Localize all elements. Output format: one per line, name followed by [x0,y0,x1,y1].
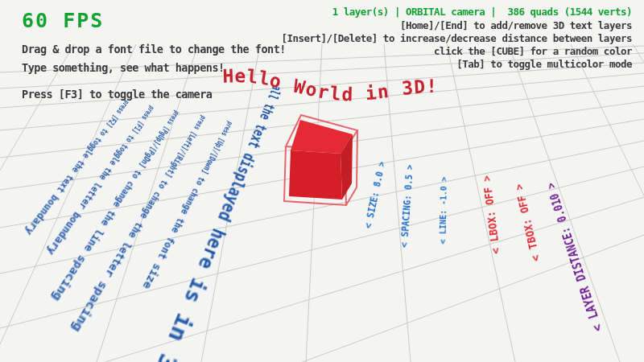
cube-front-face[interactable] [289,150,342,200]
hint-multicolor-mode: [Tab] to toggle multicolor mode [456,58,632,70]
hint-add-remove-layers: [Home]/[End] to add/remove 3D text layer… [400,19,632,31]
status-bar: 1 layer(s) | ORBITAL camera | 386 quads … [332,6,632,18]
hint-toggle-camera: Press [F3] to toggle the camera [22,88,212,101]
scene-viewport[interactable]: press [F2] to toggle the text boundary p… [0,0,644,362]
hint-layer-distance-keys: [Insert]/[Delete] to increase/decrease d… [281,32,632,44]
floor-setting-line: < LINE: -1.0 > [439,177,448,245]
hint-cube-random-color: click the [CUBE] for a random color [434,45,632,57]
hint-type-something: Type something, see what happens! [22,61,225,74]
fps-counter: 60 FPS [22,9,104,32]
hint-drag-drop-font: Drag & drop a font file to change the fo… [22,43,286,56]
